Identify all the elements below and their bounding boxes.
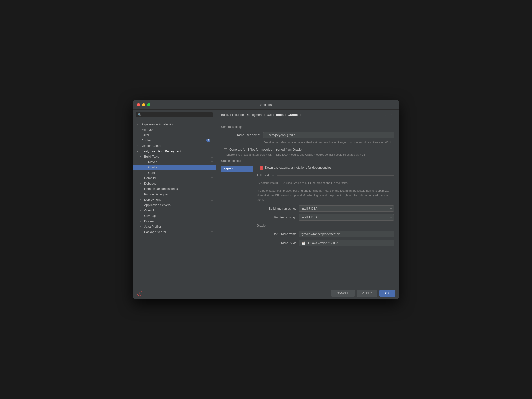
footer: ? CANCEL APPLY OK — [133, 287, 399, 299]
header-nav: ‹ › — [384, 112, 394, 117]
sidebar-item-remote-jar[interactable]: Remote Jar Repositories □ — [133, 186, 216, 192]
gradle-user-home-label: Gradle user home: — [221, 133, 260, 137]
sidebar-item-docker[interactable]: › Docker — [133, 219, 216, 224]
titlebar: Settings — [133, 100, 399, 110]
sidebar-item-coverage[interactable]: Coverage □ — [133, 213, 216, 219]
settings-window: Settings 🔍 › Appearance & Behavior — [133, 100, 399, 299]
cancel-button[interactable]: CANCEL — [331, 290, 355, 297]
sidebar-item-label: Docker — [144, 220, 154, 223]
sidebar-item-version-control[interactable]: › Version Control □ — [133, 143, 216, 149]
generate-iml-row: Generate *.iml files for modules importe… — [224, 148, 394, 152]
gradle-user-home-input[interactable] — [263, 132, 394, 138]
generate-iml-sublabel: Enable if you have a mixed project with … — [226, 153, 394, 156]
maximize-button[interactable] — [147, 103, 150, 106]
sidebar-item-compiler[interactable]: › Compiler □ — [133, 176, 216, 181]
gradle-badge: □ — [211, 166, 213, 169]
badge-save-icon: □ — [211, 231, 213, 234]
sidebar-item-label: Application Servers — [144, 203, 171, 207]
build-run-using-select-wrap: IntelliJ IDEA Gradle ▾ — [299, 205, 394, 212]
breadcrumb-sep1: › — [264, 113, 265, 117]
project-item-server[interactable]: server — [221, 166, 253, 172]
sidebar-item-deployment[interactable]: › Deployment □ — [133, 197, 216, 202]
gradle-jvm-value: 17 java version "17.0.2" — [308, 241, 338, 245]
search-input-wrap[interactable]: 🔍 — [136, 112, 213, 117]
search-bar: 🔍 — [133, 110, 216, 120]
sidebar-item-gant[interactable]: Gant □ — [133, 170, 216, 176]
gant-badge: □ — [211, 171, 213, 174]
badge-save-icon: □ — [211, 193, 213, 196]
sidebar-item-label: Plugins — [141, 139, 151, 142]
badge-save-icon: □ — [211, 188, 213, 190]
sidebar-item-appearance[interactable]: › Appearance & Behavior — [133, 122, 216, 127]
plugins-badge: 3 □ — [206, 139, 213, 142]
sidebar-item-label: Package Search — [144, 230, 167, 234]
sidebar-item-label: Compiler — [144, 176, 156, 180]
expand-arrow: › — [140, 182, 143, 185]
sidebar-item-app-servers[interactable]: Application Servers — [133, 202, 216, 208]
sidebar: 🔍 › Appearance & Behavior Keymap › — [133, 110, 216, 287]
gradle-project-settings: ✓ Download external annotations for depe… — [253, 166, 394, 249]
generate-iml-checkbox[interactable] — [224, 148, 227, 152]
minimize-button[interactable] — [142, 103, 145, 106]
help-icon: ? — [139, 292, 141, 295]
use-gradle-from-label: Use Gradle from: — [257, 232, 296, 236]
gradle-projects-list: server — [221, 166, 253, 249]
badge-save-icon: □ — [211, 209, 213, 212]
close-button[interactable] — [137, 103, 140, 106]
content-area: Build, Execution, Deployment › Build Too… — [216, 110, 399, 287]
sidebar-item-label: Build Tools — [144, 155, 159, 158]
expand-arrow: › — [140, 209, 143, 212]
apply-button[interactable]: APPLY — [357, 290, 377, 297]
sidebar-item-editor[interactable]: › Editor — [133, 132, 216, 138]
sidebar-item-build-tools[interactable]: ▾ Build Tools □ — [133, 154, 216, 159]
sidebar-item-label: Gant — [148, 171, 155, 175]
gradle-projects-pane: server ✓ Download external annotations f… — [221, 166, 394, 249]
plugins-badge-num: 3 — [206, 139, 211, 142]
nav-back-button[interactable]: ‹ — [384, 112, 388, 117]
sidebar-item-maven[interactable]: › Maven □ — [133, 159, 216, 165]
general-settings-section-title: General settings — [221, 125, 394, 129]
breadcrumb-part2: Build Tools — [266, 113, 284, 117]
sidebar-item-console[interactable]: › Console □ — [133, 208, 216, 213]
nav-forward-button[interactable]: › — [390, 112, 394, 117]
gradle-jvm-row: Gradle JVM: ☕ 17 java version "17.0.2" — [257, 240, 394, 246]
sidebar-item-python-debugger[interactable]: Python Debugger □ — [133, 192, 216, 197]
badge-save-icon: □ — [211, 155, 213, 158]
sidebar-item-package-search[interactable]: Package Search □ — [133, 229, 216, 235]
gradle-jvm-input[interactable]: ☕ 17 java version "17.0.2" — [299, 240, 394, 246]
gradle-user-home-row: Gradle user home: — [221, 132, 394, 138]
badge-save-icon: □ — [211, 214, 213, 217]
sidebar-item-gradle[interactable]: Gradle □ — [133, 165, 216, 170]
download-annotations-checkbox[interactable]: ✓ — [260, 166, 263, 170]
breadcrumb: Build, Execution, Deployment › Build Too… — [221, 113, 301, 117]
main-content: 🔍 › Appearance & Behavior Keymap › — [133, 110, 399, 287]
badge-save-icon: □ — [211, 198, 213, 201]
sidebar-item-label: Remote Jar Repositories — [144, 187, 178, 191]
sidebar-bottom — [133, 283, 216, 287]
badge-save-icon: □ — [211, 166, 213, 169]
use-gradle-from-row: Use Gradle from: 'gradle-wrapper.propert… — [257, 231, 394, 237]
build-run-section-title: Build and run — [257, 174, 394, 177]
help-button[interactable]: ? — [137, 291, 142, 296]
sidebar-item-build-exec[interactable]: ▾ Build, Execution, Deployment — [133, 149, 216, 154]
run-tests-using-label: Run tests using: — [257, 216, 296, 219]
download-annotations-row: ✓ Download external annotations for depe… — [260, 166, 394, 170]
sidebar-item-label: Maven — [148, 160, 157, 164]
sidebar-item-debugger[interactable]: › Debugger — [133, 181, 216, 186]
sidebar-item-java-profiler[interactable]: › Java Profiler — [133, 224, 216, 229]
search-input[interactable] — [143, 113, 211, 117]
sidebar-item-plugins[interactable]: Plugins 3 □ — [133, 138, 216, 143]
breadcrumb-icon: □ — [299, 113, 301, 116]
build-run-desc2: In a pure Java/Kotlin project, building … — [257, 188, 394, 202]
use-gradle-from-select[interactable]: 'gradle-wrapper.properties' file Local i… — [299, 231, 394, 237]
ok-button[interactable]: OK — [379, 290, 395, 297]
run-tests-using-select[interactable]: IntelliJ IDEA Gradle — [299, 214, 394, 221]
breadcrumb-sep2: › — [285, 113, 286, 117]
sidebar-item-keymap[interactable]: Keymap — [133, 127, 216, 132]
search-icon: 🔍 — [138, 113, 142, 117]
ps-badge: □ — [211, 231, 213, 234]
breadcrumb-part3: Gradle — [288, 113, 298, 117]
sidebar-item-label: Coverage — [144, 214, 157, 218]
build-run-using-select[interactable]: IntelliJ IDEA Gradle — [299, 205, 394, 212]
badge-save-icon: □ — [211, 171, 213, 174]
